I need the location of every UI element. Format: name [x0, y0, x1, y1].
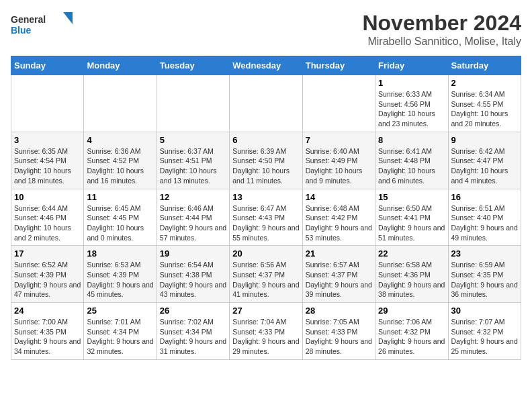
calendar-cell: 14Sunrise: 6:48 AM Sunset: 4:42 PM Dayli…: [302, 189, 375, 246]
calendar-cell: 10Sunrise: 6:44 AM Sunset: 4:46 PM Dayli…: [11, 189, 84, 246]
calendar-week-1: 1Sunrise: 6:33 AM Sunset: 4:56 PM Daylig…: [11, 75, 521, 132]
day-info: Sunrise: 6:46 AM Sunset: 4:44 PM Dayligh…: [160, 203, 226, 243]
day-info: Sunrise: 6:57 AM Sunset: 4:37 PM Dayligh…: [306, 260, 372, 300]
day-number: 3: [14, 135, 81, 145]
day-info: Sunrise: 6:47 AM Sunset: 4:43 PM Dayligh…: [232, 203, 299, 243]
calendar-cell: 18Sunrise: 6:53 AM Sunset: 4:39 PM Dayli…: [84, 246, 157, 303]
calendar-cell: 12Sunrise: 6:46 AM Sunset: 4:44 PM Dayli…: [157, 189, 229, 246]
calendar-week-2: 3Sunrise: 6:35 AM Sunset: 4:54 PM Daylig…: [11, 132, 521, 189]
day-number: 19: [160, 248, 226, 259]
weekday-sunday: Sunday: [11, 56, 84, 75]
day-info: Sunrise: 6:45 AM Sunset: 4:45 PM Dayligh…: [87, 203, 153, 243]
calendar-cell: 19Sunrise: 6:54 AM Sunset: 4:38 PM Dayli…: [157, 246, 229, 303]
day-info: Sunrise: 7:06 AM Sunset: 4:32 PM Dayligh…: [378, 317, 445, 357]
calendar-cell: 20Sunrise: 6:56 AM Sunset: 4:37 PM Dayli…: [230, 246, 302, 303]
day-number: 12: [160, 192, 226, 202]
calendar-cell: 4Sunrise: 6:36 AM Sunset: 4:52 PM Daylig…: [84, 132, 157, 189]
logo-svg: General Blue: [11, 11, 78, 38]
day-number: 7: [306, 135, 372, 145]
day-info: Sunrise: 6:54 AM Sunset: 4:38 PM Dayligh…: [160, 260, 226, 300]
month-title: November 2024: [362, 11, 521, 36]
calendar-cell: [302, 75, 375, 132]
day-info: Sunrise: 7:00 AM Sunset: 4:35 PM Dayligh…: [14, 317, 81, 357]
calendar-cell: 29Sunrise: 7:06 AM Sunset: 4:32 PM Dayli…: [375, 303, 448, 360]
day-number: 27: [232, 306, 299, 316]
calendar-cell: 2Sunrise: 6:34 AM Sunset: 4:55 PM Daylig…: [448, 75, 521, 132]
calendar-cell: 23Sunrise: 6:59 AM Sunset: 4:35 PM Dayli…: [448, 246, 521, 303]
day-number: 22: [378, 248, 445, 259]
day-info: Sunrise: 6:41 AM Sunset: 4:48 PM Dayligh…: [378, 146, 445, 186]
day-number: 11: [87, 192, 153, 202]
day-info: Sunrise: 7:05 AM Sunset: 4:33 PM Dayligh…: [306, 317, 372, 357]
day-info: Sunrise: 6:40 AM Sunset: 4:49 PM Dayligh…: [306, 146, 372, 186]
calendar-cell: 27Sunrise: 7:04 AM Sunset: 4:33 PM Dayli…: [230, 303, 302, 360]
calendar-cell: [157, 75, 229, 132]
day-number: 20: [232, 248, 299, 259]
day-info: Sunrise: 6:59 AM Sunset: 4:35 PM Dayligh…: [451, 260, 518, 300]
calendar-cell: 16Sunrise: 6:51 AM Sunset: 4:40 PM Dayli…: [448, 189, 521, 246]
calendar-cell: [84, 75, 157, 132]
svg-text:General: General: [11, 14, 46, 25]
day-info: Sunrise: 7:04 AM Sunset: 4:33 PM Dayligh…: [232, 317, 299, 357]
calendar-cell: 1Sunrise: 6:33 AM Sunset: 4:56 PM Daylig…: [375, 75, 448, 132]
day-number: 23: [451, 248, 518, 259]
day-info: Sunrise: 6:56 AM Sunset: 4:37 PM Dayligh…: [232, 260, 299, 300]
calendar-cell: 13Sunrise: 6:47 AM Sunset: 4:43 PM Dayli…: [230, 189, 302, 246]
calendar-cell: 25Sunrise: 7:01 AM Sunset: 4:34 PM Dayli…: [84, 303, 157, 360]
day-number: 8: [378, 135, 445, 145]
svg-text:Blue: Blue: [11, 25, 32, 36]
calendar-cell: 3Sunrise: 6:35 AM Sunset: 4:54 PM Daylig…: [11, 132, 84, 189]
location: Mirabello Sannitico, Molise, Italy: [362, 36, 521, 48]
calendar-week-3: 10Sunrise: 6:44 AM Sunset: 4:46 PM Dayli…: [11, 189, 521, 246]
day-number: 6: [232, 135, 299, 145]
day-number: 9: [451, 135, 518, 145]
day-info: Sunrise: 6:51 AM Sunset: 4:40 PM Dayligh…: [451, 203, 518, 243]
day-number: 10: [14, 192, 81, 202]
calendar-week-4: 17Sunrise: 6:52 AM Sunset: 4:39 PM Dayli…: [11, 246, 521, 303]
day-info: Sunrise: 6:33 AM Sunset: 4:56 PM Dayligh…: [378, 89, 445, 129]
day-number: 4: [87, 135, 153, 145]
calendar-table: SundayMondayTuesdayWednesdayThursdayFrid…: [11, 56, 521, 360]
day-info: Sunrise: 6:52 AM Sunset: 4:39 PM Dayligh…: [14, 260, 81, 300]
day-number: 28: [306, 306, 372, 316]
day-info: Sunrise: 6:53 AM Sunset: 4:39 PM Dayligh…: [87, 260, 153, 300]
calendar-cell: [230, 75, 302, 132]
weekday-saturday: Saturday: [448, 56, 521, 75]
weekday-header-row: SundayMondayTuesdayWednesdayThursdayFrid…: [11, 56, 521, 75]
day-number: 1: [378, 78, 445, 88]
calendar-cell: 9Sunrise: 6:42 AM Sunset: 4:47 PM Daylig…: [448, 132, 521, 189]
title-block: November 2024 Mirabello Sannitico, Molis…: [362, 11, 521, 48]
logo: General Blue: [11, 11, 79, 38]
calendar-cell: 8Sunrise: 6:41 AM Sunset: 4:48 PM Daylig…: [375, 132, 448, 189]
day-info: Sunrise: 6:50 AM Sunset: 4:41 PM Dayligh…: [378, 203, 445, 243]
day-number: 25: [87, 306, 153, 316]
day-number: 15: [378, 192, 445, 202]
weekday-friday: Friday: [375, 56, 448, 75]
day-info: Sunrise: 6:34 AM Sunset: 4:55 PM Dayligh…: [451, 89, 518, 129]
weekday-monday: Monday: [84, 56, 157, 75]
calendar-cell: 30Sunrise: 7:07 AM Sunset: 4:32 PM Dayli…: [448, 303, 521, 360]
day-number: 30: [451, 306, 518, 316]
calendar-cell: 28Sunrise: 7:05 AM Sunset: 4:33 PM Dayli…: [302, 303, 375, 360]
day-info: Sunrise: 6:48 AM Sunset: 4:42 PM Dayligh…: [306, 203, 372, 243]
day-info: Sunrise: 6:37 AM Sunset: 4:51 PM Dayligh…: [160, 146, 226, 186]
day-number: 26: [160, 306, 226, 316]
weekday-thursday: Thursday: [302, 56, 375, 75]
calendar-cell: 11Sunrise: 6:45 AM Sunset: 4:45 PM Dayli…: [84, 189, 157, 246]
calendar-cell: 22Sunrise: 6:58 AM Sunset: 4:36 PM Dayli…: [375, 246, 448, 303]
weekday-wednesday: Wednesday: [230, 56, 302, 75]
calendar-cell: 21Sunrise: 6:57 AM Sunset: 4:37 PM Dayli…: [302, 246, 375, 303]
day-number: 16: [451, 192, 518, 202]
calendar-cell: 15Sunrise: 6:50 AM Sunset: 4:41 PM Dayli…: [375, 189, 448, 246]
page-header: General Blue November 2024 Mirabello San…: [11, 11, 521, 48]
calendar-cell: 24Sunrise: 7:00 AM Sunset: 4:35 PM Dayli…: [11, 303, 84, 360]
day-number: 2: [451, 78, 518, 88]
day-number: 24: [14, 306, 81, 316]
day-info: Sunrise: 6:58 AM Sunset: 4:36 PM Dayligh…: [378, 260, 445, 300]
day-number: 13: [232, 192, 299, 202]
day-number: 14: [306, 192, 372, 202]
weekday-tuesday: Tuesday: [157, 56, 229, 75]
calendar-cell: 6Sunrise: 6:39 AM Sunset: 4:50 PM Daylig…: [230, 132, 302, 189]
day-number: 21: [306, 248, 372, 259]
day-number: 17: [14, 248, 81, 259]
